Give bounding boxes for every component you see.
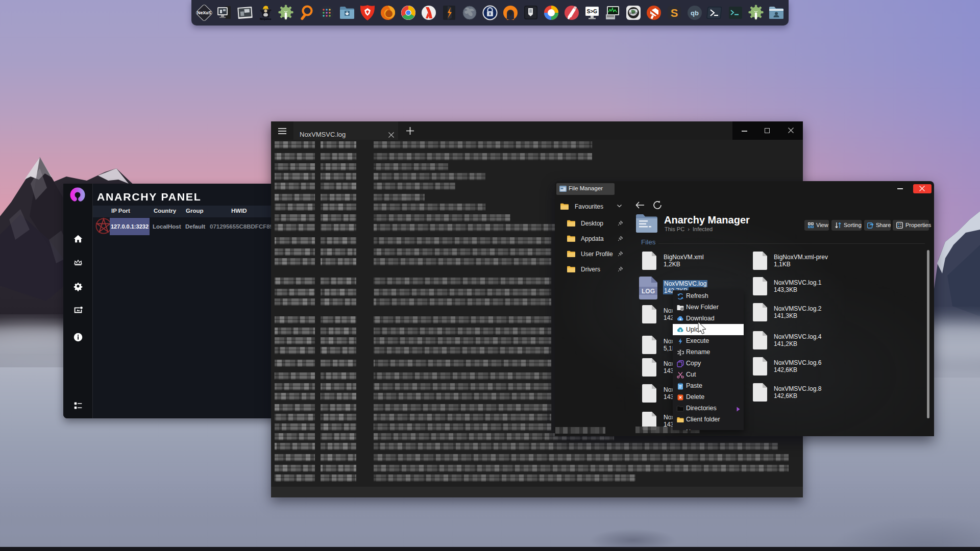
svg-text:S: S (671, 7, 678, 19)
svg-text:qb: qb (691, 9, 699, 17)
svg-text:Ninjutsu: Ninjutsu (260, 17, 271, 20)
svg-text:NeXuS: NeXuS (197, 10, 211, 15)
svg-text:LOG: LOG (642, 288, 655, 295)
svg-text:WCKD: WCKD (629, 12, 638, 15)
svg-text:S>G: S>G (587, 9, 598, 14)
